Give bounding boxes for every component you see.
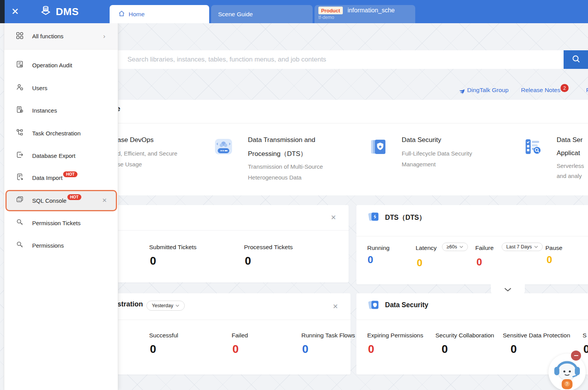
sidebar-item-label: Task Orchestration [32,130,81,137]
global-search-input[interactable] [118,50,564,69]
failure-filter-dropdown[interactable]: Last 7 Days [502,243,543,251]
sidebar-item-label: Database Export [32,152,76,159]
card-title: Data Security [402,136,441,144]
chevron-right-icon: › [103,32,105,40]
panel-divider [356,236,588,236]
card-title: ase DevOps [117,136,154,144]
card-subtitle: Management [402,161,436,168]
stat-label: Processed Tickets [244,244,293,251]
search-icon [571,54,581,65]
filter-value: Yesterday [152,303,173,308]
task-orchestration-title-fragment: stration [117,300,143,308]
hot-badge: HOT [67,194,81,200]
chevron-down-icon [504,286,511,293]
stat-value: 0 [511,343,517,356]
all-functions-label: All functions [32,33,64,39]
tab-information-schema[interactable]: Product information_sche tf-demo [315,5,415,23]
import-icon [16,173,24,182]
stat-value: 0 [302,343,308,356]
sidebar-item-label: SQL Console [32,197,67,204]
stat-value: 0 [442,343,448,356]
sidebar-item-users[interactable]: Users [4,79,118,96]
tab-scene-guide-label: Scene Guide [218,11,253,18]
flow-icon [16,128,24,138]
stat-label: Submitted Tickets [149,244,196,251]
stat-value: 0 [368,343,374,356]
sidebar-item-label: Instances [32,107,57,114]
sidebar-item-permission-tickets[interactable]: Permission Tickets [4,214,118,231]
hot-badge: HOT [63,171,77,177]
stat-label: Latency [416,245,437,251]
key-icon [16,241,24,250]
tab-home[interactable]: Home [110,5,209,23]
sidebar-item-label: Operation Audit [32,62,72,68]
stat-label: Running Task Flows [301,332,355,339]
filter-value: ≥60s [447,244,457,250]
dms-logo[interactable]: DMS [39,4,79,19]
sql-console-icon: SQL [16,196,24,205]
dts-panel: DTS（DTS） Running 0 Latency ≥60s 0 Failur… [356,205,588,284]
key-icon [16,218,24,228]
stat-value: 0 [245,255,251,267]
assistant-minimize-badge[interactable] [571,351,581,361]
dms-home-page: { "header": { "logo_text": "DMS", "tabs"… [0,0,588,390]
dingtalk-group-link[interactable]: DingTalk Group [467,87,509,94]
robot-icon: ? [548,354,586,390]
card-subtitle: and analy [557,173,582,179]
stat-label: Expiring Permissions [367,332,423,339]
task-orchestration-filter-dropdown[interactable]: Yesterday [146,301,185,311]
stat-value: 0 [368,254,373,266]
assistant-robot-button[interactable]: ? [548,354,586,390]
audit-document-icon [16,60,24,70]
sidebar-item-permissions[interactable]: Permissions [4,237,118,254]
card-title: Data Ser [557,136,583,144]
stat-value: 0 [150,255,156,267]
dms-logo-icon [39,4,53,19]
data-security-panel-title: Data Security [385,301,428,309]
stat-label: Running [367,245,390,251]
stat-label: Sensitive Data Protection [503,332,570,339]
stat-value: 0 [232,343,239,356]
card-subtitle: Serverless [557,162,584,169]
product-badge: Product [318,7,343,14]
stat-label: Pause [545,245,562,251]
search-button[interactable] [564,50,588,69]
sidebar-item-instances[interactable]: Instances [4,102,118,119]
card-subtitle: Full-Lifecycle Data Security [402,150,472,157]
release-notes-count-badge: 2 [560,84,569,92]
sidebar-item-task-orchestration[interactable]: Task Orchestration [4,125,118,142]
latency-filter-dropdown[interactable]: ≥60s [442,243,468,251]
sidebar-item-operation-audit[interactable]: Operation Audit [4,56,118,74]
data-security-panel-icon [368,299,380,312]
sidebar-item-data-import[interactable]: Data Import HOT [4,169,118,186]
dts-panel-icon [368,211,380,224]
stat-label: Successful [149,332,178,339]
server-icon [16,106,24,115]
tab-info-label: information_sche [347,7,395,14]
card-subtitle: se Usage [117,161,142,168]
sidebar-item-label: Permissions [32,242,64,249]
stat-label: Failure [475,245,493,251]
panel-divider [356,320,588,320]
svg-text:SQL: SQL [18,199,21,201]
tab-scene-guide[interactable]: Scene Guide [211,5,313,23]
menu-close-icon[interactable]: ✕ [9,5,22,18]
sql-console-close-icon[interactable]: ✕ [102,197,107,204]
task-orchestration-close-icon[interactable]: ✕ [333,303,338,311]
sidebar-item-all-functions[interactable]: All functions › [4,23,118,50]
home-icon [118,10,125,19]
data-security-card-icon [369,137,388,157]
tickets-panel-close-icon[interactable]: ✕ [331,214,336,222]
card-title: Applicat [557,149,580,157]
stat-value: 0 [150,343,156,356]
stat-label: Failed [232,332,248,339]
logo-text: DMS [56,6,79,18]
sidebar-item-sql-console[interactable]: SQL SQL Console HOT ✕ [4,192,118,209]
sidebar-item-database-export[interactable]: Database Export [4,147,118,164]
sidebar-item-label: Users [32,85,47,91]
card-subtitle: Heterogeneous Data [248,174,301,181]
release-notes-link[interactable]: Release Notes [521,87,560,94]
tab-home-label: Home [129,11,144,18]
dts-card-icon [214,137,233,157]
clipped-link-fragment[interactable]: F [586,87,588,94]
